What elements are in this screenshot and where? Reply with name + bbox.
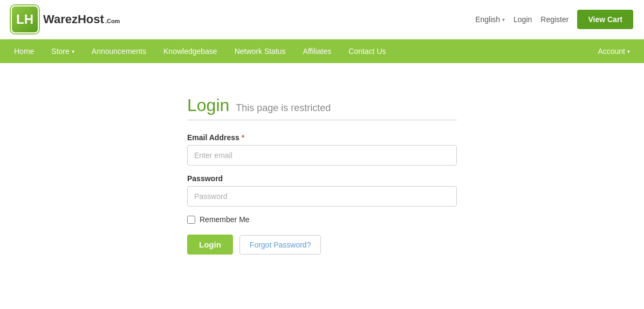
login-title: Login	[187, 95, 229, 115]
required-marker: *	[242, 133, 244, 142]
main-content: Login This page is restricted Email Addr…	[0, 63, 644, 276]
remember-me-row: Remember Me	[187, 215, 457, 224]
nav-item-affiliates[interactable]: Affiliates	[294, 39, 340, 63]
view-cart-button[interactable]: View Cart	[577, 10, 633, 29]
language-selector[interactable]: English ▾	[475, 15, 505, 24]
login-container: Login This page is restricted Email Addr…	[187, 95, 457, 255]
top-bar: LH WarezHost.Com English ▾ Login Registe…	[0, 0, 644, 39]
logo-text: WarezHost.Com	[43, 13, 120, 26]
password-form-group: Password	[187, 174, 457, 207]
email-input[interactable]	[187, 145, 457, 166]
chevron-down-icon: ▾	[502, 17, 505, 23]
action-row: Login Forgot Password?	[187, 235, 457, 255]
nav-item-home[interactable]: Home	[5, 39, 43, 63]
logo-icon: LH	[11, 5, 39, 33]
nav-item-knowledgebase[interactable]: Knowledgebase	[155, 39, 226, 63]
email-form-group: Email Address *	[187, 133, 457, 166]
password-input[interactable]	[187, 186, 457, 207]
forgot-password-button[interactable]: Forgot Password?	[239, 235, 321, 255]
nav-bar: Home Store ▾ Announcements Knowledgebase…	[0, 39, 644, 63]
language-label: English	[475, 15, 500, 24]
nav-item-store[interactable]: Store ▾	[43, 39, 83, 63]
logo-area[interactable]: LH WarezHost.Com	[11, 5, 120, 33]
top-right-actions: English ▾ Login Register View Cart	[475, 10, 633, 29]
remember-me-checkbox[interactable]	[187, 216, 195, 224]
login-link[interactable]: Login	[513, 15, 532, 24]
remember-me-label[interactable]: Remember Me	[200, 215, 250, 224]
nav-item-network-status[interactable]: Network Status	[226, 39, 294, 63]
heading-divider	[187, 120, 457, 120]
logo-letters: LH	[16, 12, 33, 27]
nav-item-account[interactable]: Account ▾	[589, 39, 639, 63]
login-heading: Login This page is restricted	[187, 95, 457, 115]
password-label: Password	[187, 174, 457, 183]
logo-name: WarezHost.Com	[43, 13, 120, 26]
nav-item-announcements[interactable]: Announcements	[83, 39, 155, 63]
email-label: Email Address *	[187, 133, 457, 142]
chevron-down-icon: ▾	[627, 49, 630, 54]
login-button[interactable]: Login	[187, 235, 233, 255]
register-link[interactable]: Register	[540, 15, 568, 24]
chevron-down-icon: ▾	[72, 49, 74, 54]
login-subtitle: This page is restricted	[236, 102, 331, 114]
nav-item-contact-us[interactable]: Contact Us	[340, 39, 394, 63]
